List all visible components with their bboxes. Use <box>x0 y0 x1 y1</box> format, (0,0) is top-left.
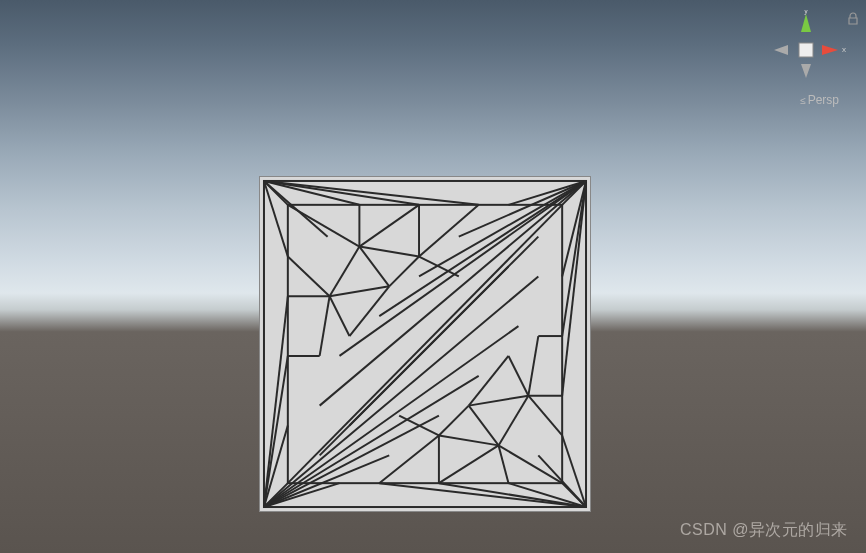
svg-line-49 <box>499 445 563 483</box>
camera-projection-toggle[interactable]: ≤ Persp <box>800 93 839 107</box>
persp-icon: ≤ <box>800 95 806 106</box>
gizmo-x-axis-icon <box>822 45 838 55</box>
svg-line-56 <box>499 396 529 446</box>
svg-line-57 <box>528 396 562 436</box>
lock-icon <box>849 13 857 24</box>
gizmo-z-axis-icon <box>801 64 811 78</box>
svg-line-30 <box>439 483 586 507</box>
gizmo-x-label: x <box>842 45 846 54</box>
svg-line-52 <box>439 435 499 445</box>
svg-line-69 <box>469 356 509 406</box>
svg-line-51 <box>439 445 499 483</box>
svg-line-70 <box>508 356 528 396</box>
camera-mode-label: Persp <box>808 93 839 107</box>
gizmo-axis-back <box>774 45 788 55</box>
svg-line-27 <box>264 326 518 507</box>
gizmo-center-cube <box>799 43 813 57</box>
svg-line-40 <box>359 247 419 257</box>
svg-line-34 <box>288 205 562 483</box>
svg-line-21 <box>264 356 288 507</box>
wireframe-overlay <box>260 177 590 511</box>
svg-line-68 <box>330 296 350 336</box>
svg-line-17 <box>379 181 586 316</box>
svg-line-36 <box>349 266 508 425</box>
svg-line-26 <box>264 376 479 507</box>
gizmo-y-label: y <box>804 10 808 15</box>
svg-line-66 <box>528 336 538 396</box>
svg-line-15 <box>459 181 586 237</box>
svg-line-39 <box>359 205 419 247</box>
svg-line-58 <box>469 396 529 406</box>
svg-line-60 <box>439 406 469 436</box>
svg-line-59 <box>469 406 499 446</box>
svg-line-25 <box>264 416 439 507</box>
watermark-text: CSDN @异次元的归来 <box>680 520 848 541</box>
svg-line-37 <box>288 205 360 247</box>
svg-line-16 <box>419 181 586 276</box>
gizmo-y-axis-icon <box>801 14 811 32</box>
scene-view[interactable]: y x ≤ Persp CSDN @异次元的归来 <box>0 0 866 553</box>
svg-line-42 <box>419 205 479 257</box>
svg-line-8 <box>264 181 479 205</box>
svg-line-47 <box>359 247 389 287</box>
svg-line-46 <box>330 286 390 296</box>
svg-line-22 <box>264 296 288 507</box>
svg-line-45 <box>288 257 330 297</box>
svg-line-48 <box>389 257 419 287</box>
gizmo-lock-toggle[interactable] <box>846 12 860 26</box>
svg-line-44 <box>330 247 360 297</box>
svg-line-13 <box>562 181 586 396</box>
svg-line-63 <box>320 296 330 356</box>
mesh-plane-object[interactable] <box>259 176 591 512</box>
scene-orientation-gizmo[interactable]: y x <box>766 10 846 100</box>
svg-line-67 <box>349 286 389 336</box>
svg-line-31 <box>379 483 586 507</box>
